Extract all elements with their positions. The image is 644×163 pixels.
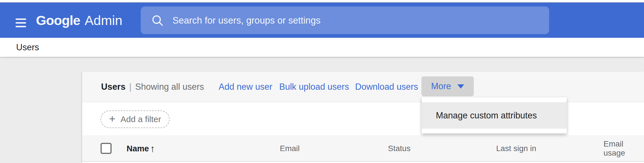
menu-item-manage-custom-attributes[interactable]: Manage custom attributes [422, 102, 567, 129]
search-input[interactable] [172, 15, 526, 26]
search-bar[interactable] [141, 7, 549, 34]
column-header-last-sign-in[interactable]: Last sign in [496, 135, 536, 162]
download-users-button[interactable]: Download users [355, 72, 418, 102]
window-top-strip [0, 0, 644, 3]
users-table-header: Name ↑ Email Status Last sign in Email u… [82, 135, 644, 162]
logo-admin-text: Admin [85, 12, 122, 28]
title-separator: | [129, 82, 131, 92]
add-new-user-button[interactable]: Add new user [219, 72, 272, 102]
column-header-email[interactable]: Email [280, 135, 300, 162]
select-all-checkbox[interactable] [101, 143, 112, 154]
logo-google-text: Google [36, 12, 80, 28]
breadcrumb[interactable]: Users [16, 38, 39, 57]
column-header-email-usage[interactable]: Email usage [604, 135, 644, 162]
menu-hamburger-icon[interactable] [16, 18, 26, 27]
breadcrumb-bar: Users [0, 38, 644, 57]
google-admin-window: Google Admin Users Users | Showing all u… [0, 0, 644, 163]
bulk-upload-users-button[interactable]: Bulk upload users [279, 72, 349, 102]
page-title-text: Users [101, 82, 125, 92]
google-admin-logo[interactable]: Google Admin [36, 3, 122, 38]
search-icon [151, 14, 164, 27]
add-filter-label: Add a filter [120, 114, 161, 124]
sort-ascending-icon[interactable]: ↑ [150, 135, 155, 162]
app-bar: Google Admin [0, 3, 644, 38]
more-dropdown-menu: Manage custom attributes [422, 97, 567, 133]
more-button-label: More [431, 81, 451, 91]
page-title: Users | Showing all users [101, 72, 204, 102]
plus-icon: + [109, 113, 115, 125]
column-header-name[interactable]: Name [127, 135, 149, 162]
title-subtitle: Showing all users [135, 82, 204, 92]
column-header-status[interactable]: Status [388, 135, 410, 162]
caret-down-icon [457, 84, 464, 89]
more-button[interactable]: More [421, 76, 474, 96]
add-filter-button[interactable]: + Add a filter [101, 110, 170, 128]
